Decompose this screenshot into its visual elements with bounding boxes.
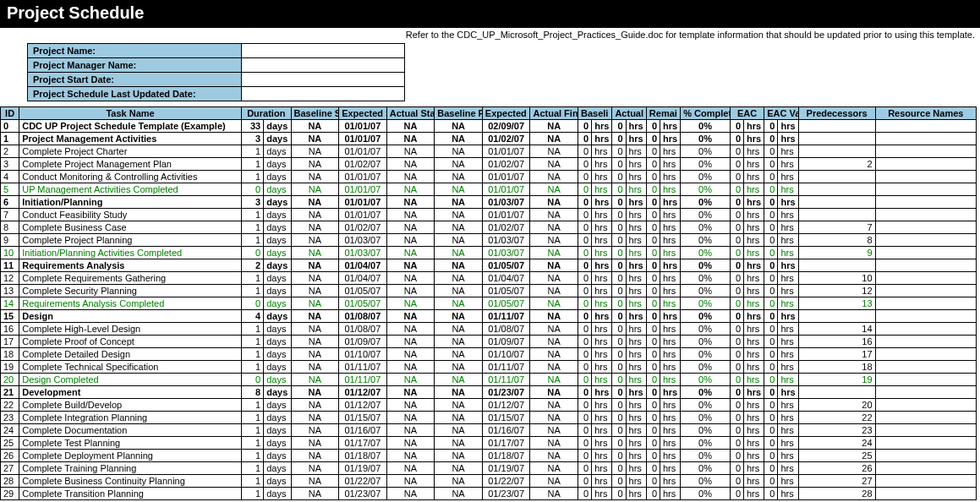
table-row[interactable]: 25Complete Test Planning1daysNA01/17/07N… <box>1 437 977 450</box>
cell-bl: 0 <box>578 183 592 196</box>
meta-value[interactable] <box>242 73 405 87</box>
cell-rm-unit: hrs <box>660 297 681 310</box>
cell-bf: NA <box>435 209 483 221</box>
table-row[interactable]: 17Complete Proof of Concept1daysNA01/09/… <box>1 336 977 348</box>
table-row[interactable]: 22Complete Build/Develop1daysNA01/12/07N… <box>1 399 977 412</box>
cell-pd: 7 <box>798 221 875 234</box>
cell-rm-unit: hrs <box>660 158 681 171</box>
cell-id: 9 <box>1 234 19 247</box>
cell-aw: 0 <box>612 348 626 361</box>
cell-pd <box>798 196 875 209</box>
table-row[interactable]: 7Conduct Feasibility Study1daysNA01/01/0… <box>1 209 977 221</box>
table-row[interactable]: 23Complete Integration Planning1daysNA01… <box>1 412 977 424</box>
cell-eac: 0 <box>730 488 743 500</box>
cell-es: 01/01/07 <box>339 209 387 221</box>
cell-eac-unit: hrs <box>744 336 764 348</box>
meta-value[interactable] <box>242 87 405 101</box>
table-row[interactable]: 16Complete High-Level Design1daysNA01/08… <box>1 323 977 336</box>
cell-ef: 01/03/07 <box>482 196 530 209</box>
col-actual-work: Actual Work <box>612 107 646 120</box>
cell-bs: NA <box>291 348 339 361</box>
table-row[interactable]: 28Complete Business Continuity Planning1… <box>1 475 977 488</box>
table-row[interactable]: 10Initiation/Planning Activities Complet… <box>1 247 977 259</box>
cell-bs: NA <box>291 412 339 424</box>
table-row[interactable]: 21Development8daysNA01/12/07NANA01/23/07… <box>1 386 977 399</box>
cell-af: NA <box>530 399 578 412</box>
cell-af: NA <box>530 488 578 500</box>
cell-id: 6 <box>1 196 19 209</box>
table-row[interactable]: 26Complete Deployment Planning1daysNA01/… <box>1 450 977 462</box>
table-row[interactable]: 20Design Completed0daysNA01/11/07NANA01/… <box>1 374 977 386</box>
table-row[interactable]: 3Complete Project Management Plan1daysNA… <box>1 158 977 171</box>
cell-aw-unit: hrs <box>626 297 646 310</box>
cell-as: NA <box>386 323 435 336</box>
cell-bl-unit: hrs <box>592 145 612 158</box>
table-row[interactable]: 14Requirements Analysis Completed0daysNA… <box>1 297 977 310</box>
cell-eac-unit: hrs <box>744 323 764 336</box>
cell-bs: NA <box>291 145 339 158</box>
cell-rm-unit: hrs <box>660 462 681 475</box>
cell-pd <box>798 183 875 196</box>
cell-af: NA <box>530 145 578 158</box>
table-row[interactable]: 29Complete Transition Planning1daysNA01/… <box>1 488 977 500</box>
cell-bl-unit: hrs <box>592 323 612 336</box>
table-row[interactable]: 11Requirements Analysis2daysNA01/04/07NA… <box>1 259 977 272</box>
table-row[interactable]: 27Complete Training Planning1daysNA01/19… <box>1 462 977 475</box>
table-row[interactable]: 0CDC UP Project Schedule Template (Examp… <box>1 120 977 133</box>
cell-pc: 0% <box>681 450 731 462</box>
table-row[interactable]: 1Project Management Activities3daysNA01/… <box>1 133 977 145</box>
cell-ev-unit: hrs <box>778 399 798 412</box>
cell-id: 22 <box>1 399 19 412</box>
cell-af: NA <box>530 424 578 437</box>
cell-bs: NA <box>291 462 339 475</box>
cell-id: 27 <box>1 462 19 475</box>
table-row[interactable]: 15Design4daysNA01/08/07NANA01/11/07NA0hr… <box>1 310 977 323</box>
table-row[interactable]: 24Complete Documentation1daysNA01/16/07N… <box>1 424 977 437</box>
cell-res <box>875 336 976 348</box>
cell-pc: 0% <box>681 133 731 145</box>
cell-bf: NA <box>435 133 483 145</box>
table-row[interactable]: 5UP Management Activities Completed0days… <box>1 183 977 196</box>
meta-value[interactable] <box>242 58 405 73</box>
cell-res <box>875 272 976 285</box>
table-row[interactable]: 8Complete Business Case1daysNA01/02/07NA… <box>1 221 977 234</box>
cell-bl: 0 <box>578 488 592 500</box>
cell-ev: 0 <box>764 145 778 158</box>
cell-res <box>875 183 976 196</box>
cell-aw: 0 <box>612 133 626 145</box>
table-row[interactable]: 13Complete Security Planning1daysNA01/05… <box>1 285 977 297</box>
cell-es: 01/02/07 <box>339 221 387 234</box>
table-row[interactable]: 12Complete Requirements Gathering1daysNA… <box>1 272 977 285</box>
cell-aw-unit: hrs <box>626 221 646 234</box>
cell-bl-unit: hrs <box>592 462 612 475</box>
cell-bl-unit: hrs <box>592 285 612 297</box>
cell-bl: 0 <box>578 196 592 209</box>
table-row[interactable]: 9Complete Project Planning1daysNA01/03/0… <box>1 234 977 247</box>
cell-as: NA <box>386 462 435 475</box>
cell-rm: 0 <box>646 259 660 272</box>
cell-es: 01/08/07 <box>339 323 387 336</box>
cell-ev: 0 <box>764 450 778 462</box>
cell-dur-unit: days <box>264 488 291 500</box>
cell-dur-unit: days <box>264 272 291 285</box>
cell-aw-unit: hrs <box>626 488 646 500</box>
cell-as: NA <box>386 374 435 386</box>
cell-es: 01/01/07 <box>339 120 387 133</box>
cell-pd: 22 <box>798 412 875 424</box>
cell-res <box>875 386 976 399</box>
table-row[interactable]: 18Complete Detailed Design1daysNA01/10/0… <box>1 348 977 361</box>
page-title: Project Schedule <box>0 0 980 28</box>
cell-af: NA <box>530 158 578 171</box>
table-row[interactable]: 19Complete Technical Specification1daysN… <box>1 361 977 374</box>
table-row[interactable]: 2Complete Project Charter1daysNA01/01/07… <box>1 145 977 158</box>
table-row[interactable]: 4Conduct Monitoring & Controlling Activi… <box>1 171 977 183</box>
cell-bs: NA <box>291 221 339 234</box>
cell-eac: 0 <box>730 424 743 437</box>
cell-es: 01/09/07 <box>339 336 387 348</box>
table-row[interactable]: 6Initiation/Planning3daysNA01/01/07NANA0… <box>1 196 977 209</box>
cell-id: 2 <box>1 145 19 158</box>
meta-value[interactable] <box>242 44 405 58</box>
cell-id: 25 <box>1 437 19 450</box>
cell-ev-unit: hrs <box>778 221 798 234</box>
cell-rm: 0 <box>646 323 660 336</box>
